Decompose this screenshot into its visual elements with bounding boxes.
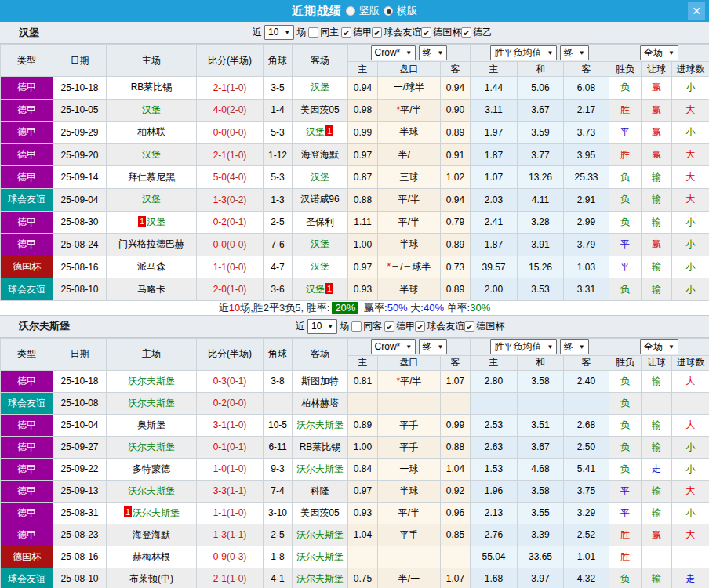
team-label: 派马森 bbox=[137, 261, 165, 272]
league-label: 德乙 bbox=[473, 26, 492, 39]
odds-stage-select[interactable]: 终▼ bbox=[419, 45, 448, 60]
cell-date: 25-08-23 bbox=[53, 524, 107, 546]
league-filter[interactable]: ✔德甲 bbox=[384, 320, 415, 333]
cell-home-team: 汉堡 bbox=[107, 99, 197, 122]
league-checkbox[interactable]: ✔ bbox=[421, 27, 431, 38]
cell-odds-home: 0.87 bbox=[348, 166, 378, 189]
cell-odds-away: 0.85 bbox=[441, 524, 471, 546]
same-side-checkbox[interactable] bbox=[351, 321, 362, 332]
cell-result-goals bbox=[672, 546, 709, 568]
cell-result-wdl: 平 bbox=[609, 502, 642, 524]
cell-avg-home: 2.41 bbox=[471, 211, 518, 234]
cell-avg-away: 25.33 bbox=[564, 166, 609, 189]
stats-text: 场,胜2平3负5, 胜率: bbox=[240, 301, 329, 315]
cell-home-team: 1沃尔夫斯堡 bbox=[107, 502, 197, 524]
cell-odds-home: 0.93 bbox=[348, 278, 378, 301]
cell-result-wdl: 负 bbox=[609, 188, 642, 211]
team-label: 汉堡 bbox=[311, 82, 329, 93]
cell-home-team: 沃尔夫斯堡 bbox=[107, 480, 197, 502]
match-scope-select[interactable]: 全场▼ bbox=[640, 45, 678, 60]
team-label: 柏林赫塔 bbox=[301, 397, 339, 408]
stats-text: 10 bbox=[229, 302, 240, 314]
cell-home-team: 赫梅林根 bbox=[107, 546, 197, 568]
layout-radio-horizontal-label[interactable]: 横版 bbox=[397, 4, 417, 18]
odds-company-select[interactable]: Crow*▼ bbox=[371, 339, 416, 354]
col-header-type: 类型 bbox=[1, 338, 53, 370]
close-icon[interactable]: ✕ bbox=[688, 2, 705, 20]
match-row: 德甲25-08-23海登海默1-3(1-1)2-5沃尔夫斯堡1.04平手0.85… bbox=[1, 524, 709, 546]
match-count-select[interactable]: 10 ▼ bbox=[264, 25, 294, 40]
cell-home-team: 柏林联 bbox=[107, 122, 197, 144]
cell-result-handicap: 输 bbox=[642, 436, 672, 458]
cell-odds-away: 0.91 bbox=[441, 143, 471, 166]
team-label: 门兴格拉德巴赫 bbox=[118, 238, 184, 249]
match-count-select[interactable]: 10 ▼ bbox=[307, 319, 337, 334]
cell-result-wdl: 负 bbox=[609, 77, 642, 100]
team-label: 汉堡 bbox=[306, 284, 325, 295]
avg-stage-select[interactable]: 终▼ bbox=[560, 339, 589, 354]
same-side-filter[interactable]: 同主 bbox=[308, 26, 339, 39]
avg-metric-select[interactable]: 胜平负均值▼ bbox=[490, 45, 557, 60]
league-checkbox[interactable]: ✔ bbox=[461, 27, 471, 38]
team-label: 汉堡 bbox=[311, 172, 329, 183]
league-filter[interactable]: ✔球会友谊 bbox=[372, 26, 421, 39]
league-filter[interactable]: ✔德乙 bbox=[461, 26, 492, 39]
cell-corners: 2-5 bbox=[264, 211, 293, 234]
cell-league: 球会友谊 bbox=[1, 392, 53, 414]
avg-stage-select[interactable]: 终▼ bbox=[560, 45, 589, 60]
cell-league: 德甲 bbox=[1, 480, 53, 502]
avg-metric-select[interactable]: 胜平负均值▼ bbox=[490, 339, 557, 354]
odds-stage-select[interactable]: 终▼ bbox=[419, 339, 448, 354]
cell-result-handicap: 输 bbox=[642, 278, 672, 301]
layout-radio-horizontal[interactable] bbox=[384, 6, 393, 16]
match-scope-select[interactable]: 全场▼ bbox=[640, 339, 678, 354]
cell-corners: 1-4 bbox=[264, 99, 293, 122]
cell-away-team: 汉堡 bbox=[293, 256, 348, 278]
cell-avg-home: 1.53 bbox=[471, 458, 518, 480]
cell-odds-home: 0.97 bbox=[348, 480, 378, 502]
chevron-down-icon: ▼ bbox=[327, 321, 333, 332]
league-filter[interactable]: ✔球会友谊 bbox=[415, 320, 464, 333]
cell-odds-away: 0.89 bbox=[441, 122, 471, 144]
league-filter[interactable]: ✔德国杯 bbox=[464, 320, 504, 333]
subcol-result-wdl: 胜负 bbox=[609, 355, 642, 370]
cell-avg-draw: 33.65 bbox=[518, 546, 564, 568]
cell-corners: 5-3 bbox=[264, 166, 293, 189]
match-row: 德甲25-08-24门兴格拉德巴赫0-0(0-0)7-6汉堡1.00半球0.89… bbox=[1, 234, 709, 256]
odds-company-select[interactable]: Crow*▼ bbox=[371, 45, 416, 60]
final-score: 1-3 bbox=[213, 194, 227, 205]
final-score: 3-3 bbox=[213, 485, 227, 496]
half-score: (1-0) bbox=[227, 507, 246, 518]
team-label: 赫梅林根 bbox=[133, 551, 170, 562]
cell-result-handicap: 走 bbox=[642, 458, 672, 480]
same-side-checkbox[interactable] bbox=[308, 27, 318, 38]
cell-odds-away: 0.99 bbox=[441, 414, 471, 436]
match-row: 德甲25-09-27沃尔夫斯堡0-1(0-1)6-11RB莱比锡1.00平手0.… bbox=[1, 436, 709, 458]
chevron-down-icon: ▼ bbox=[547, 341, 553, 353]
cell-avg-home: 2.63 bbox=[471, 436, 518, 458]
cell-result-wdl: 平 bbox=[609, 234, 642, 256]
cell-away-team: 汉堡1 bbox=[293, 122, 348, 144]
match-row: 球会友谊25-09-04汉堡1-3(0-2)1-3汉诺威960.88平/半0.9… bbox=[1, 188, 709, 211]
league-checkbox[interactable]: ✔ bbox=[415, 321, 425, 332]
filter-prefix-label: 近 bbox=[296, 320, 305, 333]
match-row: 德甲25-10-18RB莱比锡2-1(1-0)3-5汉堡0.94一/球半0.94… bbox=[1, 77, 709, 100]
league-filter[interactable]: ✔德甲 bbox=[341, 26, 372, 39]
result-group-header: 全场▼ bbox=[609, 338, 709, 355]
final-score: 0-3 bbox=[213, 376, 227, 387]
cell-away-team: RB莱比锡 bbox=[293, 436, 348, 458]
cell-odds-home: 0.94 bbox=[348, 77, 378, 100]
cell-odds-away: 0.89 bbox=[441, 278, 471, 301]
league-filter[interactable]: ✔德国杯 bbox=[421, 26, 461, 39]
league-checkbox[interactable]: ✔ bbox=[372, 27, 382, 38]
league-checkbox[interactable]: ✔ bbox=[384, 321, 394, 332]
cell-date: 25-09-22 bbox=[53, 458, 107, 480]
cell-result-handicap: 输 bbox=[642, 502, 672, 524]
league-checkbox[interactable]: ✔ bbox=[341, 27, 351, 38]
cell-corners: 4-1 bbox=[264, 568, 293, 588]
same-side-filter[interactable]: 同客 bbox=[351, 320, 382, 333]
match-row: 德甲25-08-301汉堡0-2(0-1)2-5圣保利1.11平/半0.792.… bbox=[1, 211, 709, 234]
league-checkbox[interactable]: ✔ bbox=[464, 321, 474, 332]
layout-radio-vertical-label[interactable]: 竖版 bbox=[359, 4, 380, 18]
layout-radio-vertical[interactable] bbox=[346, 6, 355, 16]
